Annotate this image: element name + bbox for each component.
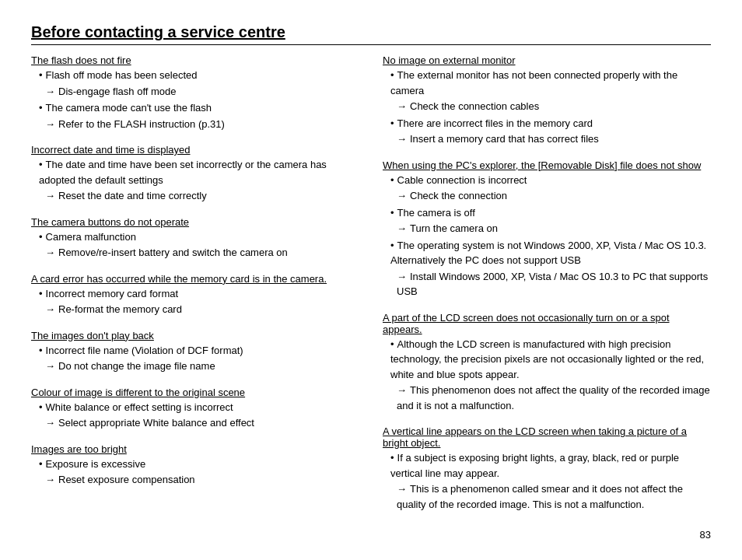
removable-arrow-2: Turn the camera on [383, 221, 711, 236]
buttons-item-1: Camera malfunction [31, 229, 359, 245]
lcd-spot-item-1: Although the LCD screen is manufactured … [383, 337, 711, 383]
playback-item-1: Incorrect file name (Violation of DCF fo… [31, 343, 359, 359]
section-bright: Images are too bright Exposure is excess… [31, 443, 359, 488]
bright-item-1: Exposure is excessive [31, 457, 359, 472]
section-playback: The images don't play back Incorrect fil… [31, 330, 359, 374]
bright-arrow-1: Reset exposure compensation [31, 472, 359, 488]
section-removable: When using the PC's explorer, the [Remov… [383, 159, 711, 299]
date-arrow-1: Reset the date and time correctly [31, 188, 359, 204]
lcd-spot-arrow-1: This phenomenon does not affect the qual… [383, 383, 711, 413]
section-card-error: A card error has occurred while the memo… [31, 273, 359, 317]
section-card-error-title: A card error has occurred while the memo… [31, 273, 359, 285]
section-flash-title: The flash does not fire [31, 54, 359, 66]
no-image-arrow-2: Insert a memory card that has correct fi… [383, 131, 711, 147]
section-bright-title: Images are too bright [31, 443, 359, 455]
colour-item-1: White balance or effect setting is incor… [31, 400, 359, 415]
flash-arrow-1: Dis-engage flash off mode [31, 84, 359, 100]
colour-arrow-1: Select appropriate White balance and eff… [31, 415, 359, 431]
flash-arrow-2: Refer to the FLASH instruction (p.31) [31, 117, 359, 132]
section-lcd-spot-title: A part of the LCD screen does not occasi… [383, 312, 711, 335]
section-vertical-line: A vertical line appears on the LCD scree… [383, 425, 711, 512]
vertical-line-arrow-1: This is a phenomenon called smear and it… [383, 481, 711, 512]
section-buttons-title: The camera buttons do not operate [31, 216, 359, 228]
removable-item-3: The operating system is not Windows 2000… [383, 238, 711, 268]
removable-item-2: The camera is off [383, 205, 711, 221]
section-no-image-title: No image on external monitor [383, 54, 711, 66]
date-item-1: The date and time have been set incorrec… [31, 157, 359, 187]
flash-item-2: The camera mode can't use the flash [31, 100, 359, 116]
removable-item-1: Cable connection is incorrect [383, 173, 711, 188]
no-image-item-1: The external monitor has not been connec… [383, 68, 711, 98]
buttons-arrow-1: Remove/re-insert battery and switch the … [31, 245, 359, 261]
section-vertical-line-title: A vertical line appears on the LCD scree… [383, 425, 711, 449]
flash-item-1: Flash off mode has been selected [31, 68, 359, 83]
right-column: No image on external monitor The externa… [383, 54, 711, 513]
removable-arrow-1: Check the connection [383, 188, 711, 204]
section-colour-title: Colour of image is different to the orig… [31, 387, 359, 398]
content-wrapper: The flash does not fire Flash off mode h… [31, 54, 711, 513]
card-item-1: Incorrect memory card format [31, 286, 359, 302]
section-date: Incorrect date and time is displayed The… [31, 144, 359, 204]
card-arrow-1: Re-format the memory card [31, 302, 359, 317]
removable-arrow-3: Install Windows 2000, XP, Vista / Mac OS… [383, 269, 711, 299]
section-date-title: Incorrect date and time is displayed [31, 144, 359, 156]
section-buttons: The camera buttons do not operate Camera… [31, 216, 359, 261]
section-removable-title: When using the PC's explorer, the [Remov… [383, 159, 711, 171]
section-playback-title: The images don't play back [31, 330, 359, 341]
page-number: 83 [31, 529, 711, 541]
vertical-line-item-1: If a subject is exposing bright lights, … [383, 450, 711, 481]
section-flash: The flash does not fire Flash off mode h… [31, 54, 359, 131]
section-lcd-spot: A part of the LCD screen does not occasi… [383, 312, 711, 414]
section-colour: Colour of image is different to the orig… [31, 387, 359, 431]
no-image-arrow-1: Check the connection cables [383, 99, 711, 114]
left-column: The flash does not fire Flash off mode h… [31, 54, 359, 513]
page-title: Before contacting a service centre [31, 23, 711, 45]
section-no-image: No image on external monitor The externa… [383, 54, 711, 147]
playback-arrow-1: Do not change the image file name [31, 359, 359, 374]
no-image-item-2: There are incorrect files in the memory … [383, 116, 711, 131]
